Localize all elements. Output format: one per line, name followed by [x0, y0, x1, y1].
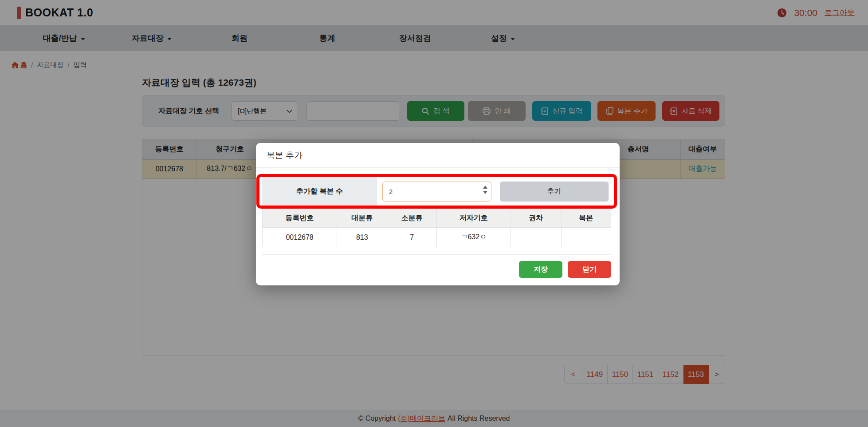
copy-count-input[interactable] [382, 182, 491, 202]
modal-table-row: 0012678 813 7 ㄱ632ㅇ [263, 228, 611, 247]
cell-author-code: ㄱ632ㅇ [436, 228, 511, 247]
save-button[interactable]: 저장 [519, 261, 562, 278]
close-button[interactable]: 닫기 [568, 261, 611, 278]
copy-count-field-row: 추가할 복본 수 추가 [262, 177, 613, 206]
spinner-up-icon[interactable] [483, 186, 487, 189]
cell-main-class: 813 [337, 228, 387, 247]
cell-copy [561, 228, 611, 247]
col-header-sub-class: 소분류 [387, 209, 437, 228]
cell-reg-no: 0012678 [263, 228, 337, 247]
cell-sub-class: 7 [387, 228, 437, 247]
cell-volume [511, 228, 561, 247]
col-header-volume: 권차 [511, 209, 561, 228]
copy-detail-table: 등록번호 대분류 소분류 저자기호 권차 복본 0012678 813 7 ㄱ6… [262, 209, 611, 247]
col-header-main-class: 대분류 [337, 209, 387, 228]
app-window: BOOKAT 1.0 30:00 로그아웃 대출/반납 자료대장 회원 통계 장… [0, 0, 868, 427]
modal-table-header-row: 등록번호 대분류 소분류 저자기호 권차 복본 [263, 209, 611, 228]
number-spinner[interactable] [483, 186, 487, 194]
modal-title: 복본 추가 [256, 143, 620, 168]
modal-footer-divider [262, 254, 611, 255]
copy-count-label: 추가할 복본 수 [262, 177, 377, 206]
add-button[interactable]: 추가 [500, 182, 609, 202]
col-header-author-code: 저자기호 [436, 209, 511, 228]
add-copy-modal: 복본 추가 추가할 복본 수 추가 등록번호 대분류 [256, 143, 620, 285]
spinner-down-icon[interactable] [483, 191, 487, 194]
modal-footer: 저장 닫기 [519, 261, 611, 278]
copy-count-input-wrap [382, 182, 491, 202]
col-header-copy: 복본 [561, 209, 611, 228]
col-header-reg-no: 등록번호 [263, 209, 337, 228]
